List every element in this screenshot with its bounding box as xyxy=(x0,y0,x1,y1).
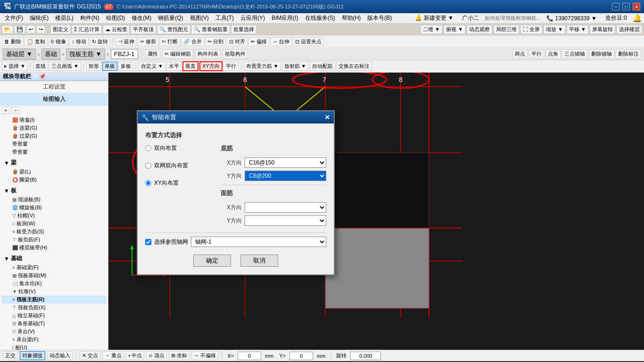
vertical-btn[interactable]: 垂直 xyxy=(182,61,198,71)
tree-item-col-mound[interactable]: ▼ 柱墩(V) xyxy=(2,288,106,296)
delete-btn[interactable]: 🗑 删除 xyxy=(2,37,24,46)
intersection-btn[interactable]: ✕ 交点 xyxy=(80,351,100,360)
menu-view[interactable]: 视图(V) xyxy=(187,13,212,23)
2d-view-btn[interactable]: 二维 ▼ xyxy=(421,25,442,34)
tree-item-floor-band[interactable]: ⬛ 楼层板带(H) xyxy=(2,244,106,252)
cancel-btn[interactable]: 取消 xyxy=(240,255,278,267)
bc-component-id[interactable]: FBZJ-1 xyxy=(111,49,138,59)
top-x-select[interactable] xyxy=(245,202,326,213)
del-label-btn[interactable]: 删除标注 xyxy=(616,49,641,58)
dialog-close-btn[interactable]: ✕ xyxy=(324,114,330,121)
tree-item-sump[interactable]: ⬜ 集水坑(K) xyxy=(2,280,106,288)
vertex-btn[interactable]: ⊙ 顶点 xyxy=(146,351,167,360)
close-button[interactable]: ✕ xyxy=(633,3,640,10)
axis-checkbox[interactable] xyxy=(145,239,151,245)
radio-xy-input[interactable] xyxy=(145,180,151,186)
redo-btn[interactable]: ↪ xyxy=(36,25,45,33)
tree-item-raft-found[interactable]: ▦ 筏板基础(M) xyxy=(2,272,106,280)
drawing-input-item[interactable]: 绘图输入 xyxy=(0,93,108,106)
component-list-btn[interactable]: 构件列表 xyxy=(195,49,221,58)
tree-header-foundation[interactable]: ▼ 基础 xyxy=(2,254,106,263)
align-top-btn[interactable]: 平齐板顶 xyxy=(131,25,156,34)
menu-cloud[interactable]: 云应用(Y) xyxy=(238,13,268,23)
line-btn[interactable]: 直线 xyxy=(33,62,48,71)
x-coord-input[interactable] xyxy=(238,352,261,360)
menu-version[interactable]: 版本号(B) xyxy=(364,13,395,23)
tree-item-beam[interactable]: 🪵 梁(L) xyxy=(2,168,106,176)
custom-btn[interactable]: 自定义 ▼ xyxy=(139,62,165,71)
del-axis-btn[interactable]: 删除辅轴 xyxy=(589,49,614,58)
nav-panel-close-btn[interactable]: ✕ xyxy=(33,74,37,80)
x-direction-select[interactable]: C16@150 C12@150 xyxy=(245,157,326,168)
nav-panel-pin-btn[interactable]: 📌 xyxy=(39,74,46,80)
cloud-check-btn[interactable]: ☁ 云检查 xyxy=(103,25,130,34)
confirm-btn[interactable]: 确定 xyxy=(193,255,231,267)
menu-file[interactable]: 文件(F) xyxy=(2,13,26,23)
align-btn[interactable]: ⊡ 对齐 xyxy=(227,37,248,46)
tree-item-cap-beam[interactable]: ≡ 承台梁(F) xyxy=(2,336,106,344)
new-change-btn[interactable]: 🔔 新建变更 ▼ xyxy=(412,13,456,23)
split-btn[interactable]: ✂ 分割 xyxy=(205,37,226,46)
dyn-input-btn[interactable]: 动态输入 xyxy=(47,351,73,360)
tree-item-raft-main-rebar[interactable]: ≡ 筏板主筋(R) xyxy=(2,296,106,304)
menu-edit[interactable]: 编辑(E) xyxy=(27,13,51,23)
snap-btn[interactable]: 对象捕捉 xyxy=(20,351,45,360)
menu-component[interactable]: 构件(N) xyxy=(77,13,102,23)
property-btn[interactable]: 属性 xyxy=(145,49,160,58)
bc-floor[interactable]: 基础层 ▼ xyxy=(3,49,36,60)
top-view-btn[interactable]: 俯视 ▼ xyxy=(444,25,465,34)
find-element-btn[interactable]: 🔍 查找图元 xyxy=(157,25,190,34)
swap-label-btn[interactable]: 交换左右标注 xyxy=(336,62,372,71)
screen-rotate-btn[interactable]: 屏幕旋转 xyxy=(590,25,615,34)
tree-item-over-lintel[interactable]: 🪵 过梁(G) xyxy=(2,132,106,140)
horizontal-btn[interactable]: 水平 xyxy=(166,62,182,71)
parallel-btn[interactable]: 平行 xyxy=(529,49,544,58)
view-rebar-btn[interactable]: 🔍 查看钢筋量 xyxy=(191,25,230,34)
tree-item-ring-beam[interactable]: ⭕ 圈梁(B) xyxy=(2,176,106,184)
fullscreen-btn[interactable]: ⛶ 全屏 xyxy=(520,25,542,34)
tree-item-cast-slab[interactable]: ▦ 现浇板(B) xyxy=(2,196,106,204)
tree-item-strip-found[interactable]: ⊟ 条形基础(T) xyxy=(2,320,106,328)
ortho-btn[interactable]: 正交 xyxy=(3,351,18,360)
minimize-button[interactable]: ─ xyxy=(612,3,619,10)
tree-item-raft-neg-rebar[interactable]: ⊤ 筏板负筋(X) xyxy=(2,304,106,312)
select-floor-btn[interactable]: 选择楼层 xyxy=(617,25,642,34)
three-point-axis-btn[interactable]: 三点辅轴 xyxy=(562,49,587,58)
place-rebar-btn[interactable]: 布置受力筋 ▼ xyxy=(244,62,281,71)
local-3d-btn[interactable]: 局部三维 xyxy=(494,25,519,34)
tree-header-slab[interactable]: ▼ 板 xyxy=(2,186,106,196)
menu-modify[interactable]: 修改(M) xyxy=(129,13,154,23)
project-settings-item[interactable]: 工程设置 xyxy=(0,81,108,93)
coord-btn[interactable]: ⊞ 坐标 xyxy=(169,351,190,360)
cost-btn[interactable]: 造价豆:0 xyxy=(603,13,630,23)
xy-dir-btn[interactable]: XY方向 xyxy=(199,61,223,71)
multi-board-btn[interactable]: 多板 xyxy=(118,62,133,71)
tree-item-strip-window[interactable]: 带形窗 xyxy=(2,140,106,148)
sum-calc-btn[interactable]: Σ 汇总计算 xyxy=(72,25,102,34)
axis-net-select[interactable]: 轴网-1 xyxy=(191,237,326,247)
tree-item-neg-rebar[interactable]: ⊤ 板负筋(F) xyxy=(2,236,106,244)
copy-btn[interactable]: 📋 复制 xyxy=(25,37,48,46)
radio-xy-direction[interactable]: XY向布置 xyxy=(145,179,211,187)
undo-btn[interactable]: ↩ xyxy=(26,25,35,33)
radio-bidirectional[interactable]: 双向布置 xyxy=(145,144,211,152)
phone-btn[interactable]: 📞 13907298339 ▼ xyxy=(544,14,600,23)
pick-component-btn[interactable]: 拾取构件 xyxy=(223,49,248,58)
bc-foundation[interactable]: 基础 xyxy=(41,49,60,60)
radio-double-bid-input[interactable] xyxy=(145,163,151,169)
menu-help[interactable]: 帮助(H) xyxy=(339,13,364,23)
tree-item-col-cap[interactable]: ▽ 柱帽(V) xyxy=(2,212,106,220)
tree-item-pile[interactable]: | 桩(U) xyxy=(2,344,106,350)
menu-draw[interactable]: 绘图(D) xyxy=(103,13,128,23)
tree-item-indep-found[interactable]: △ 独立基础(F) xyxy=(2,312,106,320)
guangxiao-btn[interactable]: 广小二 xyxy=(459,13,482,23)
tree-item-wall-nook[interactable]: 🧱 墙龛(I) xyxy=(2,116,106,124)
radio-bidirectional-input[interactable] xyxy=(145,145,151,151)
single-board-btn[interactable]: 单板 xyxy=(102,62,117,71)
mirror-btn[interactable]: ⎘ 镜像 xyxy=(49,37,68,46)
auto-rebar-btn[interactable]: 自动配筋 xyxy=(310,62,335,71)
menu-rebar-qty[interactable]: 钢筋量(Q) xyxy=(155,13,186,23)
menu-bim[interactable]: BIM应用(I) xyxy=(269,13,301,23)
bc-slab-rebar[interactable]: 筏板主筋 ▼ xyxy=(66,49,105,60)
two-point-btn[interactable]: 两点 xyxy=(512,49,528,58)
